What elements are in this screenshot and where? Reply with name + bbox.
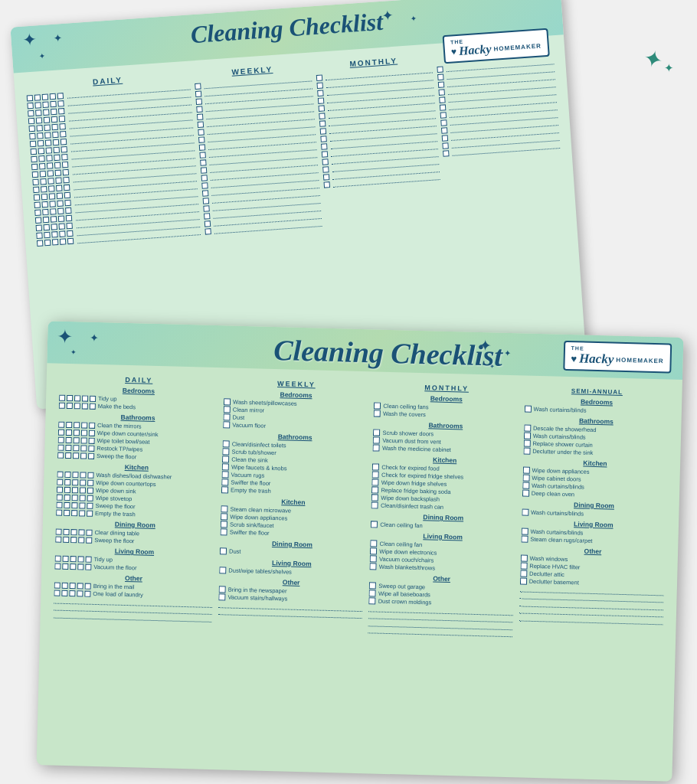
- daily-header: DAILY: [60, 374, 218, 386]
- semi-other: Other Wash windows Replace HVAC filter D…: [519, 545, 665, 624]
- star-front-5: ✦: [504, 348, 511, 358]
- back-semi-annual-col: SEMI-ANNUAL: [436, 45, 574, 359]
- monthly-kitchen: Kitchen Check for expired food Check for…: [371, 454, 517, 512]
- weekly-kitchen: Kitchen Steam clean microwave Wipe down …: [221, 496, 366, 539]
- star-front-1: ✦: [57, 325, 74, 348]
- logo-heart-back: ♥: [450, 46, 456, 57]
- monthly-column: MONTHLY Bedrooms Clean ceiling fans Wash…: [365, 382, 519, 760]
- daily-bathrooms: Bathrooms Clean the mirrors Wipe down co…: [57, 412, 218, 462]
- weekly-bathrooms: Bathrooms Clean/disinfect toilets Scrub …: [221, 431, 367, 497]
- checklist-front: ✦ ✦ ✦ ✦ ✦ ✦ Cleaning Checklist THE ♥ Hac…: [37, 321, 684, 782]
- star-icon-5: ✦: [411, 15, 417, 24]
- daily-kitchen: Kitchen Wash dishes/load dishwasher Wipe…: [56, 462, 216, 520]
- star-icon-3: ✦: [39, 52, 46, 61]
- semi-living: Living Room Wash curtains/blinds Steam c…: [521, 519, 666, 547]
- semi-bathrooms: Bathrooms Descale the showerhead Wash cu…: [523, 416, 669, 459]
- semi-kitchen: Kitchen Wipe down appliances Wipe cabine…: [522, 458, 668, 501]
- scene: ✦ ✦ ✦ ✦ ✦ Cleaning Checklist THE ♥ Hacky…: [0, 0, 697, 784]
- semi-annual-column: SEMI-ANNUAL Bedrooms Wash curtains/blind…: [515, 387, 669, 765]
- semi-bedrooms: Bedrooms Wash curtains/blinds: [525, 397, 669, 416]
- star-corner-1: ✦: [640, 44, 666, 74]
- front-logo: THE ♥ Hacky HOMEMAKER: [563, 341, 672, 374]
- weekly-column: WEEKLY Bedrooms Wash sheets/pillowcases …: [214, 378, 368, 756]
- front-content: DAILY Bedrooms Tidy up Make the beds Bat…: [46, 373, 673, 769]
- daily-dining: Dining Room Clear dining table Sweep the…: [55, 519, 214, 547]
- daily-bedrooms: Bedrooms Tidy up Make the beds: [59, 385, 218, 413]
- weekly-bedrooms: Bedrooms Wash sheets/pillowcases Clean m…: [223, 389, 368, 432]
- monthly-header: MONTHLY: [375, 382, 519, 394]
- back-monthly-col: MONTHLY: [315, 54, 453, 368]
- monthly-other: Other Sweep out garage Wipe all baseboar…: [368, 573, 514, 637]
- front-title: Cleaning Checklist: [273, 333, 503, 373]
- monthly-living: Living Room Clean ceiling fan Wipe down …: [370, 531, 515, 573]
- daily-living: Living Room Tidy up Vacuum the floor: [54, 546, 214, 573]
- semi-annual-header: SEMI-ANNUAL: [525, 387, 669, 397]
- weekly-dining: Dining Room Dust: [220, 538, 365, 558]
- logo-heart-front: ♥: [571, 353, 577, 364]
- weekly-other: Other Bring in the newspaper Vacuum stai…: [218, 577, 364, 619]
- monthly-dining: Dining Room Clean ceiling fan: [371, 511, 515, 531]
- semi-dining: Dining Room Wash curtains/blinds: [522, 500, 666, 520]
- daily-column: DAILY Bedrooms Tidy up Make the beds Bat…: [50, 374, 218, 753]
- monthly-bedrooms: Bedrooms Clean ceiling fans Wash the cov…: [374, 393, 519, 420]
- weekly-header: WEEKLY: [224, 378, 368, 390]
- star-front-2: ✦: [90, 332, 99, 344]
- daily-other: Other Bring in the mail One load of laun…: [54, 573, 214, 622]
- star-icon-2: ✦: [53, 31, 63, 44]
- star-corner-2: ✦: [664, 61, 674, 75]
- monthly-bathrooms: Bathrooms Scrub shower doors Vacuum dust…: [373, 420, 518, 455]
- weekly-living: Living Room Dust/wipe tables/shelves: [219, 557, 364, 577]
- star-front-3: ✦: [70, 348, 77, 356]
- star-icon-1: ✦: [22, 29, 38, 50]
